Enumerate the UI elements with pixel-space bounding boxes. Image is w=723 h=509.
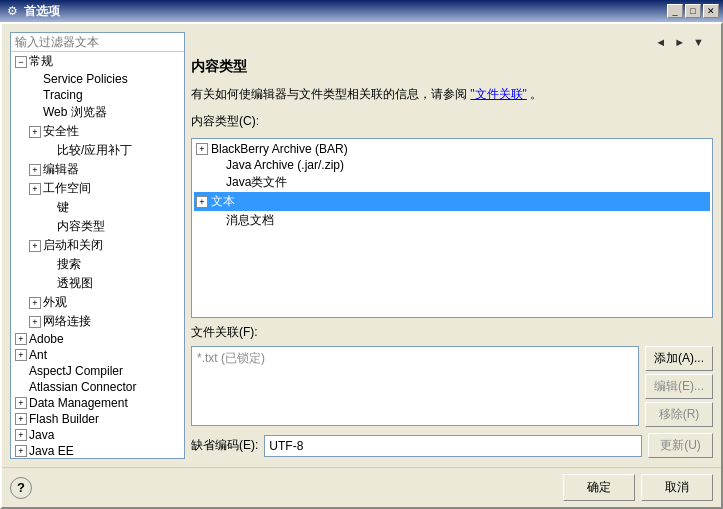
info-text: 有关如何使编辑器与文件类型相关联的信息，请参阅 "文件关联" 。 <box>191 86 713 103</box>
filter-input[interactable] <box>11 33 184 52</box>
remove-button[interactable]: 移除(R) <box>645 402 713 427</box>
content-type-label: 内容类型(C): <box>191 113 713 130</box>
ct-item-java-archive[interactable]: Java Archive (.jar/.zip) <box>194 157 710 173</box>
tree-item-java[interactable]: +Java <box>11 427 184 443</box>
ok-button[interactable]: 确定 <box>563 474 635 501</box>
tree-item-web-browser[interactable]: Web 浏览器 <box>11 103 184 122</box>
tree-item-flash-builder[interactable]: +Flash Builder <box>11 411 184 427</box>
window-title: 首选项 <box>24 3 667 20</box>
add-button[interactable]: 添加(A)... <box>645 346 713 371</box>
file-assoc-label: 文件关联(F): <box>191 324 713 341</box>
encoding-label: 缺省编码(E): <box>191 437 258 454</box>
content-types-box[interactable]: +BlackBerry Archive (BAR)Java Archive (.… <box>191 138 713 318</box>
tree-item-workspace[interactable]: +工作空间 <box>11 179 184 198</box>
nav-header: ◄ ► ▼ <box>191 32 713 52</box>
ct-item-message-doc[interactable]: 消息文档 <box>194 211 710 230</box>
assoc-item[interactable]: *.txt (已锁定) <box>194 349 636 368</box>
dialog: −常规Service PoliciesTracingWeb 浏览器+安全性比较/… <box>0 22 723 509</box>
bottom-bar: ? 确定 取消 <box>2 467 721 507</box>
file-assoc-row: *.txt (已锁定) 添加(A)... 编辑(E)... 移除(R) <box>191 346 713 427</box>
tree-item-data-management[interactable]: +Data Management <box>11 395 184 411</box>
panel-title: 内容类型 <box>191 58 713 76</box>
file-assoc-section: 文件关联(F): *.txt (已锁定) 添加(A)... 编辑(E)... 移… <box>191 324 713 427</box>
close-button[interactable]: ✕ <box>703 4 719 18</box>
file-assoc-box[interactable]: *.txt (已锁定) <box>191 346 639 426</box>
nav-fwd-button[interactable]: ► <box>671 34 688 50</box>
tree-item-perspectives[interactable]: 透视图 <box>11 274 184 293</box>
window-icon: ⚙ <box>4 3 20 19</box>
minimize-button[interactable]: _ <box>667 4 683 18</box>
cancel-button[interactable]: 取消 <box>641 474 713 501</box>
tree-item-search[interactable]: 搜索 <box>11 255 184 274</box>
tree-item-java-ee[interactable]: +Java EE <box>11 443 184 458</box>
tree-item-compare-patch[interactable]: 比较/应用补丁 <box>11 141 184 160</box>
tree-item-content-type[interactable]: 内容类型 <box>11 217 184 236</box>
ct-item-java-class[interactable]: Java类文件 <box>194 173 710 192</box>
tree-item-tracing[interactable]: Tracing <box>11 87 184 103</box>
tree-item-editor[interactable]: +编辑器 <box>11 160 184 179</box>
right-panel: ◄ ► ▼ 内容类型 有关如何使编辑器与文件类型相关联的信息，请参阅 "文件关联… <box>191 32 713 459</box>
nav-back-button[interactable]: ◄ <box>652 34 669 50</box>
tree-item-appearance[interactable]: +外观 <box>11 293 184 312</box>
left-panel: −常规Service PoliciesTracingWeb 浏览器+安全性比较/… <box>10 32 185 459</box>
ct-item-text[interactable]: +文本 <box>194 192 710 211</box>
tree-item-network[interactable]: +网络连接 <box>11 312 184 331</box>
tree-item-changgui[interactable]: −常规 <box>11 52 184 71</box>
tree-item-keys[interactable]: 键 <box>11 198 184 217</box>
maximize-button[interactable]: □ <box>685 4 701 18</box>
ct-item-blackberry[interactable]: +BlackBerry Archive (BAR) <box>194 141 710 157</box>
side-buttons: 添加(A)... 编辑(E)... 移除(R) <box>645 346 713 427</box>
tree-item-atlassian[interactable]: Atlassian Connector <box>11 379 184 395</box>
update-button[interactable]: 更新(U) <box>648 433 713 458</box>
tree-item-security[interactable]: +安全性 <box>11 122 184 141</box>
tree-item-ant[interactable]: +Ant <box>11 347 184 363</box>
window-controls: _ □ ✕ <box>667 4 719 18</box>
encoding-row: 缺省编码(E): 更新(U) <box>191 433 713 458</box>
tree-item-adobe[interactable]: +Adobe <box>11 331 184 347</box>
tree-item-aspectj[interactable]: AspectJ Compiler <box>11 363 184 379</box>
dialog-body: −常规Service PoliciesTracingWeb 浏览器+安全性比较/… <box>2 24 721 467</box>
tree-container: −常规Service PoliciesTracingWeb 浏览器+安全性比较/… <box>11 52 184 458</box>
nav-menu-button[interactable]: ▼ <box>690 34 707 50</box>
help-button[interactable]: ? <box>10 477 32 499</box>
encoding-input[interactable] <box>264 435 642 457</box>
edit-button[interactable]: 编辑(E)... <box>645 374 713 399</box>
tree-item-startup-shutdown[interactable]: +启动和关闭 <box>11 236 184 255</box>
title-bar: ⚙ 首选项 _ □ ✕ <box>0 0 723 22</box>
file-assoc-link[interactable]: "文件关联" <box>470 87 527 101</box>
tree-item-service-policies[interactable]: Service Policies <box>11 71 184 87</box>
